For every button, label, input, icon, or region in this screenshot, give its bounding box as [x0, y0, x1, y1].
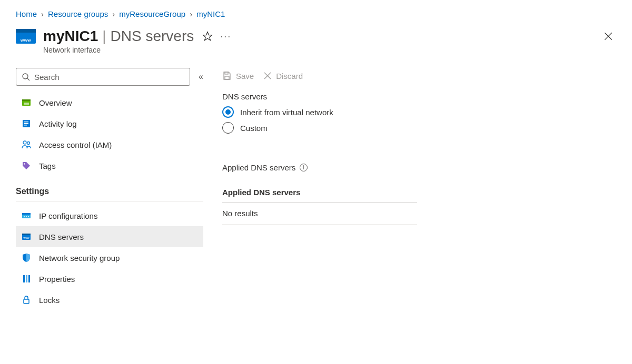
- svg-rect-26: [24, 299, 29, 304]
- sidebar-item-overview[interactable]: Overview: [16, 92, 203, 113]
- svg-point-14: [24, 163, 25, 164]
- radio-inherit[interactable]: Inherit from virtual network: [222, 106, 616, 118]
- iam-icon: [21, 139, 32, 150]
- applied-dns-label: Applied DNS servers i: [222, 163, 616, 172]
- shield-icon: [21, 252, 32, 263]
- save-icon: [222, 71, 232, 80]
- discard-icon: [263, 72, 272, 80]
- applied-dns-table: Applied DNS servers No results: [222, 188, 417, 225]
- breadcrumb-resource-group[interactable]: myResourceGroup: [119, 9, 185, 18]
- activity-log-icon: [21, 118, 32, 129]
- page-title: DNS servers: [111, 28, 194, 45]
- nic-resource-icon: www: [16, 29, 36, 44]
- breadcrumb: Home › Resource groups › myResourceGroup…: [16, 9, 616, 18]
- breadcrumb-resource-groups[interactable]: Resource groups: [48, 9, 108, 18]
- svg-rect-28: [225, 76, 229, 79]
- table-header: Applied DNS servers: [222, 188, 417, 203]
- more-actions-button[interactable]: ···: [220, 31, 231, 42]
- chevron-right-icon: ›: [112, 9, 115, 18]
- toolbar-label: Save: [236, 72, 254, 80]
- toolbar-label: Discard: [276, 72, 303, 80]
- search-input[interactable]: [34, 73, 184, 82]
- radio-custom[interactable]: Custom: [222, 122, 616, 134]
- resource-name: myNIC1: [43, 28, 98, 45]
- svg-rect-24: [26, 275, 27, 282]
- svg-text:www: www: [24, 236, 29, 239]
- radio-icon: [222, 106, 234, 118]
- favorite-button[interactable]: [202, 31, 213, 42]
- close-button[interactable]: [600, 28, 616, 44]
- svg-point-12: [23, 141, 26, 144]
- sidebar-item-tags[interactable]: Tags: [16, 155, 203, 176]
- sidebar-item-label: Overview: [39, 98, 72, 107]
- chevron-right-icon: ›: [190, 9, 192, 18]
- sidebar-item-activity-log[interactable]: Activity log: [16, 113, 203, 134]
- svg-point-3: [23, 74, 28, 79]
- sidebar-item-nsg[interactable]: Network security group: [16, 247, 203, 268]
- properties-icon: [21, 274, 32, 284]
- collapse-sidebar-button[interactable]: «: [199, 72, 203, 82]
- sidebar-section-settings: Settings: [16, 176, 203, 202]
- chevron-right-icon: ›: [41, 9, 44, 18]
- svg-rect-21: [22, 234, 31, 235]
- sidebar-item-label: Access control (IAM): [39, 140, 112, 149]
- sidebar-item-properties[interactable]: Properties: [16, 268, 203, 289]
- resource-type-subtitle: Network interface: [43, 46, 616, 54]
- page-header: www myNIC1 | DNS servers ···: [16, 28, 616, 45]
- sidebar-item-label: Properties: [39, 275, 75, 284]
- tags-icon: [21, 160, 32, 171]
- sidebar-item-label: IP configurations: [39, 211, 97, 220]
- title-separator: |: [102, 28, 106, 45]
- search-container: [16, 68, 190, 86]
- radio-label: Custom: [240, 124, 268, 133]
- table-row-empty: No results: [222, 203, 417, 225]
- svg-rect-9: [24, 122, 28, 123]
- info-icon[interactable]: i: [300, 164, 308, 171]
- sidebar-item-iam[interactable]: Access control (IAM): [16, 134, 203, 155]
- sidebar: « Overview Activity log Access control (…: [16, 68, 203, 310]
- svg-point-18: [26, 216, 27, 217]
- svg-rect-25: [28, 275, 30, 282]
- ip-config-icon: [21, 210, 32, 221]
- svg-rect-16: [22, 213, 31, 215]
- search-icon: [22, 73, 30, 81]
- radio-label: Inherit from virtual network: [240, 108, 333, 117]
- save-button[interactable]: Save: [222, 71, 254, 80]
- discard-button[interactable]: Discard: [263, 72, 303, 80]
- sidebar-item-label: Activity log: [39, 119, 77, 128]
- svg-rect-27: [225, 72, 228, 74]
- svg-point-13: [27, 142, 30, 145]
- sidebar-item-label: Locks: [39, 296, 60, 305]
- overview-icon: [21, 97, 32, 108]
- svg-rect-11: [24, 125, 27, 126]
- toolbar: Save Discard: [222, 71, 616, 80]
- svg-rect-7: [24, 103, 29, 105]
- sidebar-item-label: Tags: [39, 161, 56, 170]
- sidebar-item-locks[interactable]: Locks: [16, 289, 203, 310]
- svg-rect-6: [22, 99, 31, 101]
- sidebar-item-label: DNS servers: [39, 232, 84, 241]
- sidebar-item-dns-servers[interactable]: www DNS servers: [16, 226, 203, 247]
- sidebar-item-label: Network security group: [39, 254, 120, 262]
- sidebar-item-ip-configurations[interactable]: IP configurations: [16, 205, 203, 226]
- main-content: Save Discard DNS servers Inherit from vi…: [203, 68, 616, 310]
- radio-icon: [222, 122, 234, 134]
- svg-rect-23: [23, 275, 25, 282]
- breadcrumb-home[interactable]: Home: [16, 9, 37, 18]
- svg-rect-10: [24, 123, 28, 124]
- svg-point-19: [28, 216, 29, 217]
- dns-servers-label: DNS servers: [222, 92, 616, 101]
- svg-line-4: [27, 78, 29, 80]
- lock-icon: [21, 295, 32, 305]
- dns-icon: www: [21, 231, 32, 242]
- svg-point-17: [24, 216, 25, 217]
- breadcrumb-resource[interactable]: myNIC1: [196, 9, 225, 18]
- svg-marker-0: [203, 32, 212, 41]
